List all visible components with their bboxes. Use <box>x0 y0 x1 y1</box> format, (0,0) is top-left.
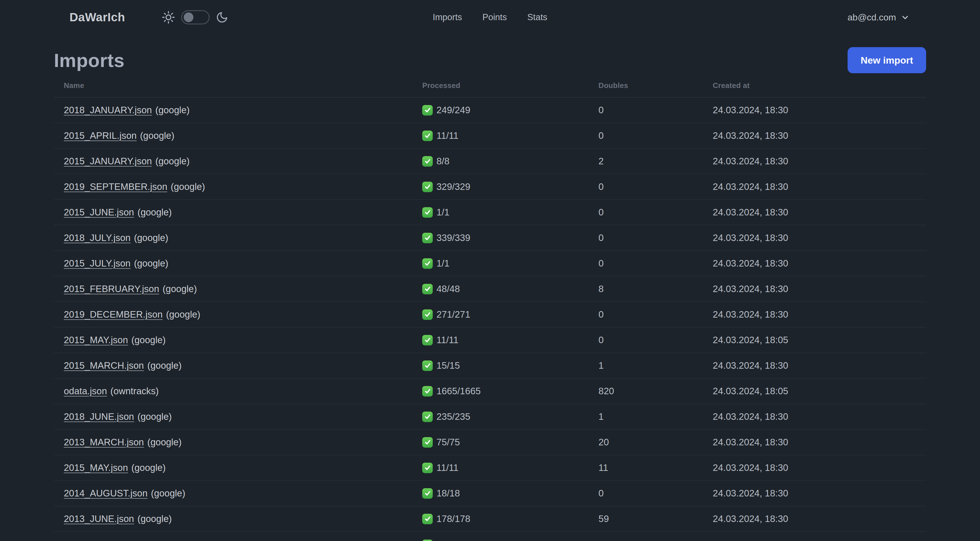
created-at: 24.03.2024, 18:30 <box>703 225 926 251</box>
success-check-icon <box>422 514 433 524</box>
import-source-label: (google) <box>134 258 168 269</box>
created-at: 24.03.2024, 18:30 <box>703 149 926 174</box>
import-file-link[interactable]: 2018_JANUARY.json <box>64 105 152 115</box>
doubles-count: 1 <box>589 404 703 429</box>
import-file-link[interactable]: 2018_JULY.json <box>64 233 130 243</box>
sun-icon <box>162 11 175 24</box>
created-at: 24.03.2024, 18:05 <box>703 327 926 353</box>
import-source-label: (owntracks) <box>110 386 159 397</box>
table-row: odata.json (owntracks) 1665/1665 820 24.… <box>54 379 926 404</box>
doubles-count: 0 <box>589 481 703 506</box>
import-file-link[interactable]: 2015_JUNE.json <box>64 207 134 218</box>
doubles-count: 0 <box>589 302 703 327</box>
import-file-link[interactable]: 2013_JUNE.json <box>64 514 134 524</box>
import-file-link[interactable]: 2018_JUNE.json <box>64 411 134 422</box>
import-file-link[interactable]: 2015_APRIL.json <box>64 130 137 141</box>
table-row: 2018_JANUARY.json (google) 249/249 0 24.… <box>54 97 926 123</box>
imports-table-header: Name Processed Doubles Created at <box>54 74 926 97</box>
processed-count: 18/18 <box>436 488 460 499</box>
table-row: 2015_JANUARY.json (google) 8/8 2 24.03.2… <box>54 149 926 174</box>
created-at: 24.03.2024, 18:05 <box>703 379 926 404</box>
theme-toggle-knob <box>184 13 193 22</box>
import-file-link[interactable]: 2019_SEPTEMBER.json <box>64 181 167 192</box>
success-check-icon <box>422 386 433 397</box>
success-check-icon <box>422 361 433 371</box>
app-logo[interactable]: DaWarIch <box>70 11 125 24</box>
import-file-link[interactable]: 2014_AUGUST.json <box>64 488 148 499</box>
table-row: 2015_MARCH.json (google) 15/15 1 24.03.2… <box>54 353 926 379</box>
theme-toggle[interactable] <box>181 10 210 24</box>
nav-link-points[interactable]: Points <box>482 12 507 22</box>
import-source-label: (google) <box>162 284 197 294</box>
table-row: 2019_SEPTEMBER.json (google) 329/329 0 2… <box>54 174 926 200</box>
processed-count: 11/11 <box>436 130 458 141</box>
import-file-link[interactable]: 2015_MAY.json <box>64 335 128 345</box>
created-at: 24.03.2024, 18:30 <box>703 481 926 506</box>
success-check-icon <box>422 412 433 422</box>
doubles-count: 820 <box>589 379 703 404</box>
created-at: 24.03.2024, 18:30 <box>703 251 926 276</box>
processed-count: 11/11 <box>436 335 458 345</box>
import-file-link[interactable]: 2015_JULY.json <box>64 258 130 269</box>
import-source-label: (google) <box>147 437 181 448</box>
doubles-count: 1 <box>589 353 703 378</box>
processed-count: 249/249 <box>436 105 470 115</box>
table-row: 2018_JUNE.json (google) 235/235 1 24.03.… <box>54 404 926 430</box>
success-check-icon <box>422 539 433 541</box>
doubles-count: 11 <box>589 455 703 480</box>
account-menu[interactable]: ab@cd.com <box>848 12 910 23</box>
column-header-processed: Processed <box>412 81 589 90</box>
success-check-icon <box>422 207 433 218</box>
doubles-count: 20 <box>589 430 703 455</box>
doubles-count: 0 <box>589 174 703 199</box>
success-check-icon <box>422 488 433 499</box>
new-import-button[interactable]: New import <box>848 47 926 73</box>
doubles-count: 0 <box>589 123 703 148</box>
processed-count: 75/75 <box>436 437 460 448</box>
processed-count: 8/8 <box>436 156 449 167</box>
success-check-icon <box>422 105 433 115</box>
chevron-down-icon <box>900 13 910 22</box>
import-file-link[interactable]: 2015_MARCH.json <box>64 360 144 371</box>
created-at: 24.03.2024, 18:30 <box>703 455 926 480</box>
import-file-link[interactable]: 2015_JANUARY.json <box>64 156 152 167</box>
doubles-count: 8 <box>589 276 703 302</box>
import-file-link[interactable]: 2013_MARCH.json <box>64 437 144 448</box>
import-file-link[interactable]: 2019_DECEMBER.json <box>64 309 163 320</box>
import-source-label: (google) <box>155 105 190 115</box>
page-head: Imports New import <box>54 47 926 73</box>
moon-icon <box>216 11 228 24</box>
table-row-partial <box>54 532 926 541</box>
table-row: 2018_JULY.json (google) 339/339 0 24.03.… <box>54 225 926 251</box>
doubles-count: 0 <box>589 200 703 225</box>
table-row: 2019_DECEMBER.json (google) 271/271 0 24… <box>54 302 926 327</box>
doubles-count: 0 <box>589 225 703 251</box>
main-nav: Imports Points Stats <box>433 0 547 35</box>
doubles-count: 0 <box>589 97 703 123</box>
nav-link-stats[interactable]: Stats <box>527 12 547 22</box>
success-check-icon <box>422 437 433 448</box>
nav-link-imports[interactable]: Imports <box>433 12 462 22</box>
account-email: ab@cd.com <box>848 12 896 23</box>
success-check-icon <box>422 284 433 294</box>
processed-count: 1665/1665 <box>436 386 480 397</box>
processed-count: 339/339 <box>436 233 470 243</box>
processed-count: 271/271 <box>436 309 470 320</box>
page-title: Imports <box>54 49 124 71</box>
success-check-icon <box>422 463 433 473</box>
top-navbar: DaWarIch Imports Points <box>0 0 980 35</box>
success-check-icon <box>422 131 433 141</box>
import-source-label: (google) <box>171 181 205 192</box>
table-row: 2015_APRIL.json (google) 11/11 0 24.03.2… <box>54 123 926 149</box>
processed-count: 15/15 <box>436 360 460 371</box>
import-file-link[interactable]: 2015_MAY.json <box>64 462 128 473</box>
created-at: 24.03.2024, 18:30 <box>703 302 926 327</box>
processed-count: 1/1 <box>436 258 449 269</box>
table-row: 2013_JUNE.json (google) 178/178 59 24.03… <box>54 506 926 532</box>
table-row: 2013_MARCH.json (google) 75/75 20 24.03.… <box>54 430 926 455</box>
import-file-link[interactable]: odata.json <box>64 386 107 397</box>
created-at: 24.03.2024, 18:30 <box>703 174 926 199</box>
created-at: 24.03.2024, 18:30 <box>703 200 926 225</box>
table-row: 2015_JULY.json (google) 1/1 0 24.03.2024… <box>54 251 926 276</box>
import-file-link[interactable]: 2015_FEBRUARY.json <box>64 284 159 294</box>
